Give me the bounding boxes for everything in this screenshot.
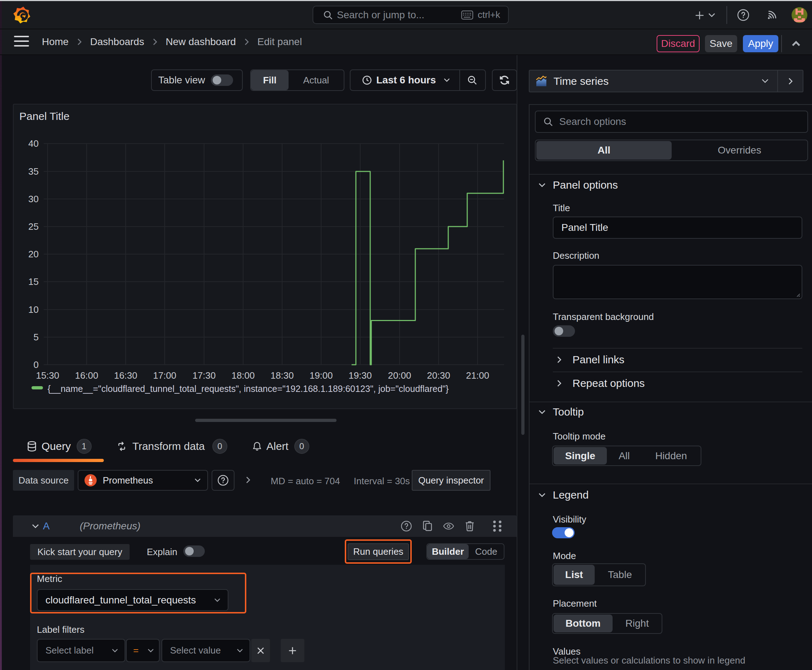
svg-text:20: 20 — [28, 249, 39, 259]
svg-text:17:30: 17:30 — [192, 370, 215, 381]
svg-text:20:30: 20:30 — [427, 370, 450, 381]
svg-text:10: 10 — [28, 304, 39, 315]
svg-text:30: 30 — [28, 194, 39, 205]
svg-text:19:30: 19:30 — [348, 370, 371, 381]
svg-text:25: 25 — [28, 221, 39, 232]
svg-text:16:00: 16:00 — [75, 370, 98, 381]
svg-text:18:00: 18:00 — [231, 370, 254, 381]
svg-text:18:30: 18:30 — [270, 370, 293, 381]
svg-text:{__name__="cloudflared_tunnel_: {__name__="cloudflared_tunnel_total_requ… — [47, 384, 449, 394]
svg-text:15:30: 15:30 — [36, 370, 59, 381]
svg-text:40: 40 — [28, 138, 39, 149]
svg-text:20:00: 20:00 — [388, 370, 411, 381]
svg-text:15: 15 — [28, 276, 39, 287]
svg-text:17:00: 17:00 — [153, 370, 176, 381]
svg-text:35: 35 — [28, 166, 39, 177]
svg-text:5: 5 — [34, 332, 39, 342]
svg-text:0: 0 — [34, 359, 39, 370]
svg-text:16:30: 16:30 — [114, 370, 137, 381]
svg-text:19:00: 19:00 — [309, 370, 332, 381]
svg-text:21:00: 21:00 — [466, 370, 489, 381]
